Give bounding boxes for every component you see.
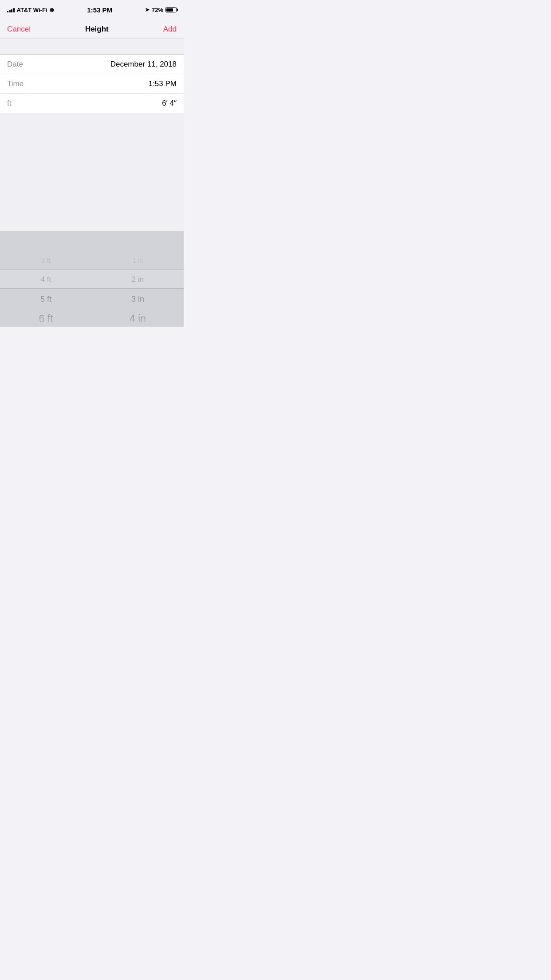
date-row[interactable]: Date December 11, 2018 xyxy=(0,55,184,74)
carrier-label: AT&T Wi-Fi xyxy=(17,7,47,13)
feet-item-4ft: 4 ft xyxy=(0,270,92,289)
page-title: Height xyxy=(85,25,109,34)
status-left: AT&T Wi-Fi ⊜ xyxy=(7,7,54,13)
date-label: Date xyxy=(7,60,23,69)
add-button[interactable]: Add xyxy=(163,25,177,34)
battery-fill xyxy=(166,8,173,12)
signal-bar-4 xyxy=(13,8,15,12)
inches-column[interactable]: 0 in 1 in 2 in 3 in 4 in 5 in 6 in 7 in xyxy=(92,231,184,327)
nav-bar: Cancel Height Add xyxy=(0,20,184,39)
feet-item-6ft: 6 ft xyxy=(0,309,92,327)
battery-icon xyxy=(165,7,177,12)
battery-container xyxy=(165,7,177,12)
location-icon: ➤ xyxy=(145,7,150,13)
time-label: Time xyxy=(7,79,24,88)
signal-bars xyxy=(7,7,15,12)
unit-row[interactable]: ft 6′ 4″ xyxy=(0,94,184,113)
picker-inner: 2 ft 3 ft 4 ft 5 ft 6 ft 7 ft 8 ft 9 ft … xyxy=(0,231,184,327)
inches-item-4in: 4 in xyxy=(92,309,184,327)
unit-label: ft xyxy=(7,99,11,108)
feet-column[interactable]: 2 ft 3 ft 4 ft 5 ft 6 ft 7 ft 8 ft 9 ft xyxy=(0,231,92,327)
inches-item-2in: 2 in xyxy=(92,270,184,289)
inches-item-1in: 1 in xyxy=(92,250,184,270)
time-value: 1:53 PM xyxy=(149,79,177,88)
unit-value: 6′ 4″ xyxy=(162,99,177,108)
inches-items: 0 in 1 in 2 in 3 in 4 in 5 in 6 in 7 in xyxy=(92,231,184,327)
status-right: ➤ 72% xyxy=(145,7,177,13)
spacer-fill xyxy=(0,113,184,231)
inches-item-0in: 0 in xyxy=(92,231,184,250)
feet-items: 2 ft 3 ft 4 ft 5 ft 6 ft 7 ft 8 ft 9 ft xyxy=(0,231,92,327)
signal-bar-1 xyxy=(7,11,8,12)
picker-container[interactable]: 2 ft 3 ft 4 ft 5 ft 6 ft 7 ft 8 ft 9 ft … xyxy=(0,231,184,327)
feet-item-2ft: 2 ft xyxy=(0,231,92,250)
section-spacer xyxy=(0,39,184,55)
battery-percent: 72% xyxy=(152,7,163,13)
feet-item-3ft: 3 ft xyxy=(0,250,92,270)
time-row[interactable]: Time 1:53 PM xyxy=(0,74,184,94)
cancel-button[interactable]: Cancel xyxy=(7,25,31,34)
inches-item-3in: 3 in xyxy=(92,289,184,309)
status-time: 1:53 PM xyxy=(87,6,112,14)
status-bar: AT&T Wi-Fi ⊜ 1:53 PM ➤ 72% xyxy=(0,0,184,20)
date-value: December 11, 2018 xyxy=(110,60,177,69)
form-section: Date December 11, 2018 Time 1:53 PM ft 6… xyxy=(0,55,184,113)
signal-bar-2 xyxy=(9,10,11,12)
wifi-icon: ⊜ xyxy=(49,7,54,13)
feet-item-5ft: 5 ft xyxy=(0,289,92,309)
signal-bar-3 xyxy=(11,9,12,12)
